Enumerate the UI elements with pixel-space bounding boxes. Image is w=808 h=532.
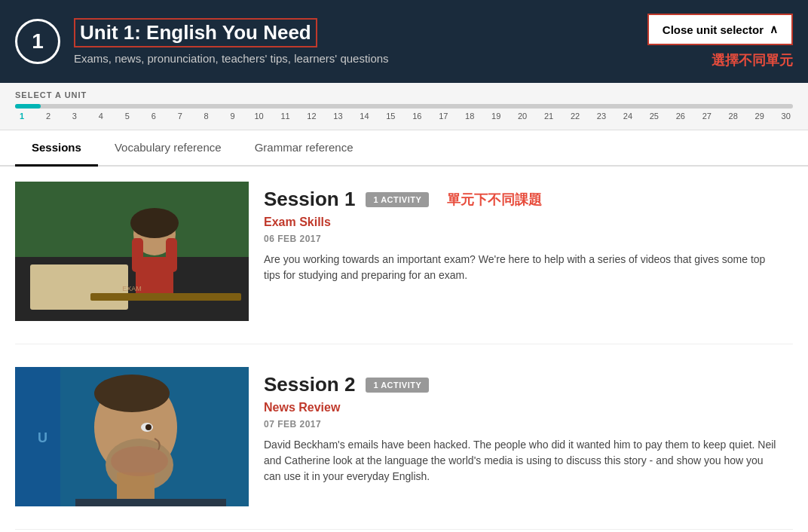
- unit-number-15[interactable]: 15: [384, 112, 396, 121]
- unit-number-2[interactable]: 2: [42, 112, 54, 121]
- session-subtitle-2: News Review: [264, 401, 778, 414]
- unit-number-23[interactable]: 23: [595, 112, 608, 121]
- session-image-1: EXAM: [15, 182, 249, 321]
- chevron-up-icon: ∧: [770, 23, 778, 36]
- svg-point-17: [141, 423, 153, 432]
- unit-number-16[interactable]: 16: [411, 112, 423, 121]
- close-unit-selector-label: Close unit selector: [663, 23, 764, 36]
- unit-number-22[interactable]: 22: [569, 112, 581, 121]
- page-header: 1 Unit 1: English You Need Exams, news, …: [0, 0, 808, 83]
- session-card-2: U Session 21 ACTIVITYNews Review07 FEB 2…: [15, 367, 793, 530]
- tab-vocabulary[interactable]: Vocabulary reference: [98, 130, 238, 167]
- unit-number-7[interactable]: 7: [174, 112, 186, 121]
- svg-text:EXAM: EXAM: [122, 285, 142, 292]
- unit-number: 1: [32, 29, 44, 54]
- unit-selector: SELECT A UNIT 12345678910111213141516171…: [0, 83, 808, 130]
- close-unit-selector-button[interactable]: Close unit selector ∧: [647, 14, 793, 45]
- svg-point-3: [133, 213, 176, 255]
- unit-slider-track[interactable]: [15, 104, 793, 109]
- svg-rect-0: [15, 182, 249, 321]
- unit-number-6[interactable]: 6: [148, 112, 160, 121]
- unit-number-30[interactable]: 30: [780, 112, 792, 121]
- unit-number-26[interactable]: 26: [675, 112, 687, 121]
- unit-number-10[interactable]: 10: [253, 112, 265, 121]
- unit-number-19[interactable]: 19: [490, 112, 502, 121]
- unit-title: Unit 1: English You Need: [74, 18, 317, 47]
- unit-number-25[interactable]: 25: [648, 112, 660, 121]
- tab-grammar[interactable]: Grammar reference: [238, 130, 370, 167]
- unit-circle: 1: [15, 19, 60, 64]
- svg-text:U: U: [38, 430, 47, 445]
- svg-rect-1: [15, 257, 249, 321]
- unit-number-18[interactable]: 18: [464, 112, 476, 121]
- session-date-1: 06 FEB 2017: [264, 234, 778, 244]
- unit-number-11[interactable]: 11: [280, 112, 292, 121]
- svg-point-16: [94, 375, 170, 412]
- unit-numbers: 1234567891011121314151617181920212223242…: [15, 112, 793, 121]
- session-title-2: Session 2: [264, 373, 355, 396]
- svg-rect-14: [117, 472, 155, 506]
- svg-rect-6: [166, 238, 177, 272]
- header-right: Close unit selector ∧ 選擇不同單元: [647, 14, 793, 69]
- unit-number-20[interactable]: 20: [516, 112, 528, 121]
- header-text: Unit 1: English You Need Exams, news, pr…: [74, 18, 389, 65]
- svg-rect-2: [30, 264, 128, 310]
- unit-number-12[interactable]: 12: [305, 112, 317, 121]
- svg-point-13: [106, 439, 173, 491]
- unit-number-28[interactable]: 28: [727, 112, 739, 121]
- session-image-2: U: [15, 367, 249, 506]
- activity-badge-2: 1 ACTIVITY: [366, 378, 429, 393]
- unit-number-9[interactable]: 9: [227, 112, 239, 121]
- chinese-unit-label: 選擇不同單元: [712, 51, 793, 69]
- session-header-2: Session 21 ACTIVITY: [264, 373, 778, 396]
- session-info-2: Session 21 ACTIVITYNews Review07 FEB 201…: [249, 367, 793, 506]
- session-header-1: Session 11 ACTIVITY單元下不同課題: [264, 188, 778, 211]
- unit-number-1[interactable]: 1: [16, 112, 28, 121]
- svg-point-4: [130, 208, 179, 238]
- session-description-2: David Beckham's emails have been hacked.…: [264, 437, 778, 485]
- svg-point-12: [94, 378, 177, 476]
- unit-slider-fill: [15, 104, 41, 109]
- svg-rect-7: [136, 257, 173, 298]
- svg-rect-8: [90, 293, 241, 301]
- svg-point-18: [145, 424, 152, 430]
- unit-number-13[interactable]: 13: [332, 112, 344, 121]
- header-left: 1 Unit 1: English You Need Exams, news, …: [15, 18, 389, 65]
- unit-number-17[interactable]: 17: [437, 112, 449, 121]
- tabs-bar: SessionsVocabulary referenceGrammar refe…: [0, 130, 808, 167]
- sessions-container: EXAM Session 11 ACTIVITY單元下不同課題Exam Skil…: [0, 167, 808, 532]
- select-unit-label: SELECT A UNIT: [15, 90, 793, 99]
- unit-number-3[interactable]: 3: [69, 112, 81, 121]
- svg-point-19: [111, 446, 168, 476]
- tab-sessions[interactable]: Sessions: [15, 130, 98, 167]
- svg-rect-11: [15, 367, 60, 506]
- session-subtitle-1: Exam Skills: [264, 216, 778, 229]
- svg-rect-15: [75, 499, 226, 506]
- unit-number-5[interactable]: 5: [121, 112, 133, 121]
- unit-number-21[interactable]: 21: [543, 112, 555, 121]
- svg-rect-10: [15, 367, 249, 506]
- unit-number-29[interactable]: 29: [754, 112, 766, 121]
- unit-number-27[interactable]: 27: [701, 112, 713, 121]
- unit-number-8[interactable]: 8: [200, 112, 213, 121]
- svg-rect-5: [132, 238, 143, 272]
- unit-number-14[interactable]: 14: [358, 112, 370, 121]
- unit-number-4[interactable]: 4: [95, 112, 107, 121]
- session-card-1: EXAM Session 11 ACTIVITY單元下不同課題Exam Skil…: [15, 182, 793, 344]
- session-title-1: Session 1: [264, 188, 355, 211]
- session-description-1: Are you working towards an important exa…: [264, 252, 778, 283]
- unit-number-24[interactable]: 24: [622, 112, 634, 121]
- session-date-2: 07 FEB 2017: [264, 419, 778, 430]
- unit-subtitle: Exams, news, pronunciation, teachers' ti…: [74, 52, 389, 65]
- session-info-1: Session 11 ACTIVITY單元下不同課題Exam Skills06 …: [249, 182, 793, 321]
- activity-badge-1: 1 ACTIVITY: [366, 192, 429, 207]
- chinese-session-label-1: 單元下不同課題: [447, 191, 542, 209]
